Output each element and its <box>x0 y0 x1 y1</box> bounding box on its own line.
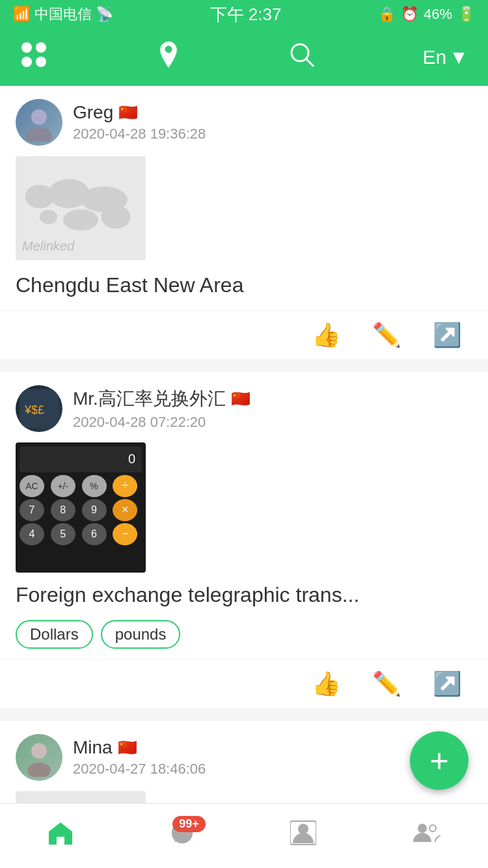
post-title[interactable]: Chengdu East New Area <box>0 271 488 310</box>
svg-point-27 <box>298 824 308 834</box>
alarm-icon: ⏰ <box>401 6 418 23</box>
nav-home[interactable] <box>47 821 74 850</box>
language-label: En <box>423 46 447 68</box>
nav-contacts[interactable] <box>290 820 316 852</box>
nav-profile[interactable] <box>412 820 441 852</box>
svg-point-16 <box>31 743 47 759</box>
user-flag: 🇨🇳 <box>118 103 138 122</box>
profile-icon <box>412 820 441 852</box>
post-image: 0 AC +/- % ÷ 7 8 9 × 4 5 6 − <box>16 442 146 573</box>
post-tags: Dollars pounds <box>0 620 488 659</box>
status-left: 📶 中国电信 📡 <box>13 5 113 24</box>
share-icon[interactable]: ↗️ <box>433 321 462 349</box>
battery-icon: 🔋 <box>457 6 475 23</box>
avatar <box>16 734 62 781</box>
avatar <box>16 99 62 146</box>
svg-point-29 <box>418 824 427 833</box>
post-time: 2020-04-28 07:22:20 <box>73 414 472 431</box>
action-bar: 👍 ✏️ ↗️ <box>0 310 488 359</box>
avatar: ¥$£ <box>16 385 62 432</box>
share-icon[interactable]: ↗️ <box>433 670 462 698</box>
user-name: Mr.高汇率兑换外汇 🇨🇳 <box>73 387 472 411</box>
svg-point-4 <box>291 44 308 61</box>
home-icon <box>47 821 74 850</box>
svg-point-12 <box>102 206 131 229</box>
post-card: ¥$£ Mr.高汇率兑换外汇 🇨🇳 2020-04-28 07:22:20 0 … <box>0 372 488 708</box>
svg-point-7 <box>26 128 52 142</box>
messages-badge: 99+ <box>172 816 206 832</box>
lock-icon: 🔒 <box>378 6 396 23</box>
status-bar: 📶 中国电信 📡 下午 2:37 🔒 ⏰ 46% 🔋 <box>0 0 488 29</box>
carrier-name: 中国电信 <box>34 5 92 24</box>
svg-point-1 <box>36 42 46 53</box>
post-header: ¥$£ Mr.高汇率兑换外汇 🇨🇳 2020-04-28 07:22:20 <box>0 372 488 442</box>
svg-point-3 <box>36 57 46 67</box>
language-selector[interactable]: En ▼ <box>423 46 468 68</box>
post-card: Greg 🇨🇳 2020-04-28 19:36:28 Melinked Che… <box>0 86 488 359</box>
action-bar: 👍 ✏️ ↗️ <box>0 659 488 708</box>
svg-point-0 <box>21 42 32 53</box>
tag-pounds[interactable]: pounds <box>101 620 181 649</box>
top-nav: En ▼ <box>0 29 488 86</box>
user-name: Greg 🇨🇳 <box>73 102 472 123</box>
post-title[interactable]: Foreign exchange telegraphic trans... <box>0 580 488 620</box>
tag-dollars[interactable]: Dollars <box>16 620 93 649</box>
chevron-down-icon: ▼ <box>449 46 468 68</box>
nav-messages[interactable]: 99+ <box>169 821 195 850</box>
signal-icon: 📶 <box>13 6 31 23</box>
fab-icon: + <box>429 742 448 780</box>
like-icon[interactable]: 👍 <box>312 321 341 349</box>
search-icon[interactable] <box>289 42 315 74</box>
svg-line-5 <box>306 59 314 66</box>
edit-icon[interactable]: ✏️ <box>372 670 401 698</box>
wifi-icon: 📡 <box>96 6 113 23</box>
svg-point-11 <box>63 210 98 230</box>
post-time: 2020-04-28 19:36:28 <box>73 126 472 142</box>
contacts-icon <box>290 820 316 852</box>
svg-point-2 <box>21 57 32 67</box>
svg-point-6 <box>31 109 47 125</box>
bottom-nav: 99+ <box>0 803 488 868</box>
post-header: Greg 🇨🇳 2020-04-28 19:36:28 <box>0 86 488 156</box>
status-time: 下午 2:37 <box>210 3 282 26</box>
watermark: Melinked <box>22 239 74 254</box>
user-flag: 🇨🇳 <box>118 739 137 757</box>
like-icon[interactable]: 👍 <box>312 670 341 698</box>
user-info: Greg 🇨🇳 2020-04-28 19:36:28 <box>73 102 472 142</box>
svg-point-17 <box>27 763 51 777</box>
location-icon[interactable] <box>156 40 182 75</box>
svg-point-30 <box>429 825 436 832</box>
user-info: Mr.高汇率兑换外汇 🇨🇳 2020-04-28 07:22:20 <box>73 387 472 431</box>
edit-icon[interactable]: ✏️ <box>372 321 401 349</box>
fab-button[interactable]: + <box>410 731 468 790</box>
svg-point-13 <box>40 210 57 224</box>
status-right: 🔒 ⏰ 46% 🔋 <box>378 6 475 23</box>
battery-level: 46% <box>424 6 452 23</box>
apps-icon[interactable] <box>20 40 48 75</box>
user-flag: 🇨🇳 <box>231 390 251 408</box>
svg-text:¥$£: ¥$£ <box>24 403 44 416</box>
post-image: Melinked <box>16 156 146 260</box>
